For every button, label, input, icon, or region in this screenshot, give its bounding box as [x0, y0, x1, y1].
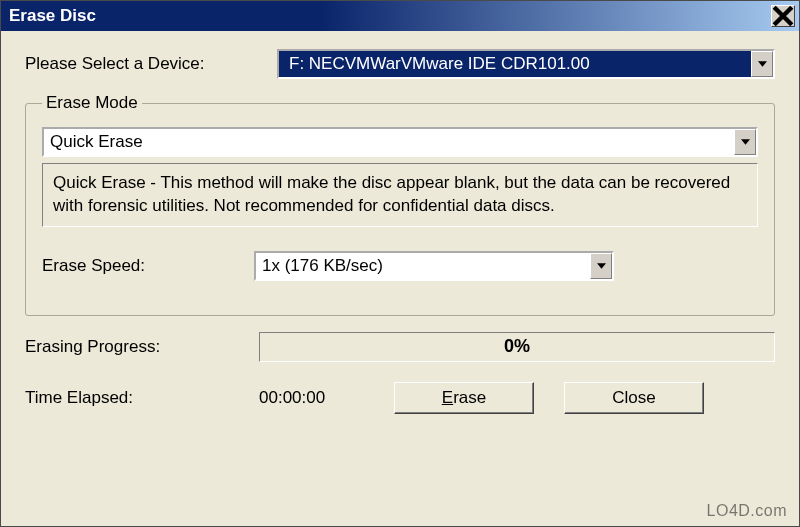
- device-row: Please Select a Device: F: NECVMWarVMwar…: [25, 49, 775, 79]
- time-elapsed-value: 00:00:00: [259, 388, 364, 408]
- erase-speed-value: 1x (176 KB/sec): [256, 253, 590, 279]
- progress-label: Erasing Progress:: [25, 337, 259, 357]
- progress-percent: 0%: [504, 336, 530, 357]
- window-title: Erase Disc: [9, 6, 96, 26]
- watermark: LO4D.com: [707, 502, 787, 520]
- chevron-down-icon[interactable]: [751, 51, 773, 77]
- chevron-down-icon[interactable]: [734, 129, 756, 155]
- erase-mode-description: Quick Erase - This method will make the …: [42, 163, 758, 227]
- dialog-content: Please Select a Device: F: NECVMWarVMwar…: [1, 31, 799, 426]
- device-select[interactable]: F: NECVMWarVMware IDE CDR101.00: [277, 49, 775, 79]
- erase-mode-value: Quick Erase: [44, 129, 734, 155]
- erase-speed-label: Erase Speed:: [42, 256, 254, 276]
- buttons-row: Time Elapsed: 00:00:00 Erase Close: [25, 382, 775, 414]
- time-elapsed-label: Time Elapsed:: [25, 388, 259, 408]
- progress-row: Erasing Progress: 0%: [25, 332, 775, 362]
- progress-bar: 0%: [259, 332, 775, 362]
- titlebar[interactable]: Erase Disc: [1, 1, 799, 31]
- close-button[interactable]: Close: [564, 382, 704, 414]
- erase-speed-row: Erase Speed: 1x (176 KB/sec): [42, 251, 758, 281]
- erase-mode-legend: Erase Mode: [42, 93, 142, 113]
- chevron-down-icon[interactable]: [590, 253, 612, 279]
- erase-mode-select[interactable]: Quick Erase: [42, 127, 758, 157]
- close-icon[interactable]: [771, 5, 795, 27]
- erase-mode-group: Erase Mode Quick Erase Quick Erase - Thi…: [25, 93, 775, 316]
- erase-disc-dialog: Erase Disc Please Select a Device: F: NE…: [0, 0, 800, 527]
- device-value: F: NECVMWarVMware IDE CDR101.00: [279, 51, 751, 77]
- erase-speed-select[interactable]: 1x (176 KB/sec): [254, 251, 614, 281]
- device-label: Please Select a Device:: [25, 54, 277, 74]
- erase-button[interactable]: Erase: [394, 382, 534, 414]
